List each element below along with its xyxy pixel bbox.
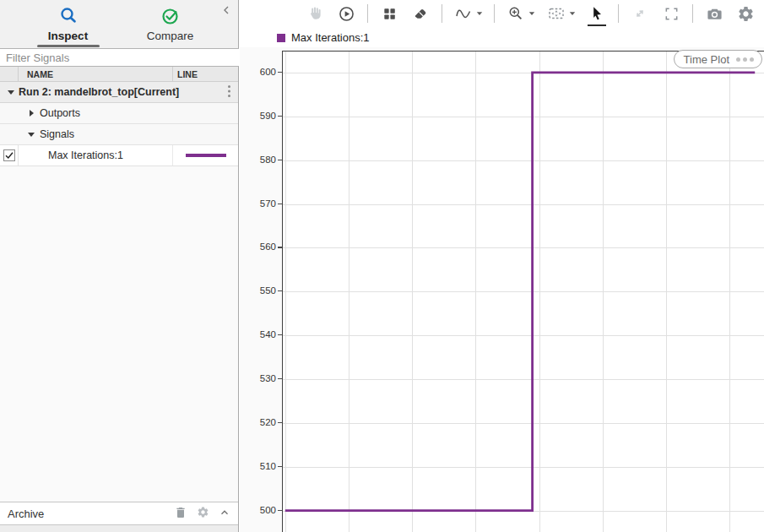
toolbar-separator (692, 4, 693, 23)
toolbar-separator (494, 4, 495, 23)
run-row[interactable]: Run 2: mandelbrot_top[Current] (0, 82, 238, 103)
archive-bar[interactable]: Archive (0, 502, 238, 524)
y-tick-mark (278, 422, 282, 423)
y-tick-mark (278, 378, 282, 379)
plot-region: Time Plot 500510520530540550560570580590… (240, 47, 764, 532)
run-options-kebab-icon[interactable] (227, 84, 231, 100)
zoom-in-icon[interactable] (506, 3, 526, 24)
fit-to-view-icon[interactable] (546, 3, 566, 24)
signals-row[interactable]: Signals (0, 124, 238, 145)
signal-table-header: NAME LINE (0, 67, 238, 82)
y-tick-label: 550 (240, 285, 276, 296)
y-tick-mark (278, 204, 282, 204)
outports-row[interactable]: Outports (0, 103, 238, 124)
pan-hand-icon (305, 3, 325, 24)
chevron-down-icon (476, 11, 483, 16)
signal-visibility-checkbox[interactable] (3, 149, 15, 161)
tab-inspect-label: Inspect (48, 30, 88, 42)
y-tick-label: 560 (240, 242, 276, 252)
y-tick-label: 570 (240, 198, 276, 209)
name-column-header: NAME (19, 69, 172, 79)
zoom-dropdown[interactable] (506, 3, 535, 24)
checkbox-column-header (0, 67, 19, 81)
toolbar-separator (442, 4, 442, 23)
plot-toolbar (240, 0, 764, 27)
plot-panel: Max Iterations:1 Time Plot 5005105205305… (240, 0, 764, 532)
y-tick-label: 590 (240, 111, 276, 122)
signal-tree-empty-area (0, 166, 238, 502)
signal-checkbox-cell (0, 145, 19, 166)
plot-legend: Max Iterations:1 (277, 31, 370, 44)
badge-menu-dots-icon[interactable] (736, 57, 754, 62)
chevron-down-icon (569, 11, 576, 16)
inspect-magnifier-icon (57, 5, 79, 27)
time-plot-canvas[interactable] (282, 51, 764, 532)
chevron-left-icon (219, 3, 233, 17)
pointer-icon[interactable] (587, 3, 607, 24)
archive-collapse-chevron-icon[interactable] (219, 507, 230, 521)
filter-signals-input[interactable] (0, 48, 239, 67)
expand-caret-icon[interactable] (8, 90, 14, 95)
y-tick-label: 510 (240, 461, 276, 472)
y-tick-label: 540 (240, 329, 276, 340)
legend-color-swatch (277, 34, 285, 42)
y-tick-mark (278, 510, 282, 511)
chevron-down-icon (528, 11, 535, 16)
y-tick-mark (278, 72, 282, 73)
signals-row-label: Signals (40, 128, 74, 140)
signal-line-cell (172, 145, 238, 166)
simulation-data-inspector: Inspect Compare NAME LINE (0, 0, 764, 532)
signal-name-label: Max Iterations:1 (48, 149, 123, 161)
y-tick-label: 520 (240, 417, 276, 428)
y-tick-label: 530 (240, 373, 276, 384)
time-plot-badge[interactable]: Time Plot (674, 50, 762, 68)
y-tick-mark (278, 116, 282, 117)
outports-row-label: Outports (40, 107, 80, 119)
signal-wave-icon[interactable] (453, 3, 474, 24)
signal-row-max-iterations[interactable]: Max Iterations:1 (0, 145, 238, 166)
y-tick-mark (278, 290, 282, 291)
fit-to-view-dropdown[interactable] (546, 3, 576, 24)
tab-compare-label: Compare (147, 30, 194, 42)
tab-compare[interactable]: Compare (124, 0, 217, 48)
snapshot-camera-icon[interactable] (704, 3, 724, 24)
archive-panel-edge (0, 524, 238, 532)
y-tick-mark (278, 334, 282, 335)
signal-wave-dropdown[interactable] (453, 3, 483, 24)
archive-settings-gear-icon[interactable] (197, 506, 209, 521)
run-row-label: Run 2: mandelbrot_top[Current] (19, 86, 179, 98)
toolbar-separator (367, 4, 368, 23)
maximize-icon[interactable] (661, 3, 681, 24)
sidebar-collapse-button[interactable] (219, 3, 233, 17)
time-plot-badge-label: Time Plot (684, 53, 729, 66)
eraser-icon[interactable] (410, 3, 431, 24)
signal-line-swatch (186, 154, 226, 157)
replay-icon[interactable] (336, 3, 356, 24)
y-tick-mark (278, 466, 282, 467)
archive-label: Archive (8, 508, 44, 520)
trash-icon[interactable] (174, 506, 187, 522)
compare-check-icon (160, 5, 182, 27)
layout-grid-icon[interactable] (379, 3, 399, 24)
y-tick-label: 580 (240, 155, 276, 166)
sidebar: Inspect Compare NAME LINE (0, 0, 239, 532)
sidebar-tabs: Inspect Compare (0, 0, 238, 48)
settings-gear-icon[interactable] (735, 3, 756, 24)
expand-caret-icon[interactable] (28, 133, 35, 137)
legend-label: Max Iterations:1 (291, 31, 370, 44)
signal-step-line (283, 52, 764, 532)
line-column-header: LINE (172, 67, 238, 81)
y-tick-mark (278, 247, 282, 247)
expand-diagonal-icon (630, 3, 650, 24)
y-tick-label: 600 (240, 67, 276, 78)
collapsed-caret-icon[interactable] (30, 110, 34, 117)
checkmark-icon (4, 150, 14, 160)
tab-inspect[interactable]: Inspect (22, 0, 115, 48)
y-tick-mark (278, 160, 282, 160)
y-tick-label: 500 (240, 505, 276, 516)
toolbar-separator (618, 4, 619, 23)
